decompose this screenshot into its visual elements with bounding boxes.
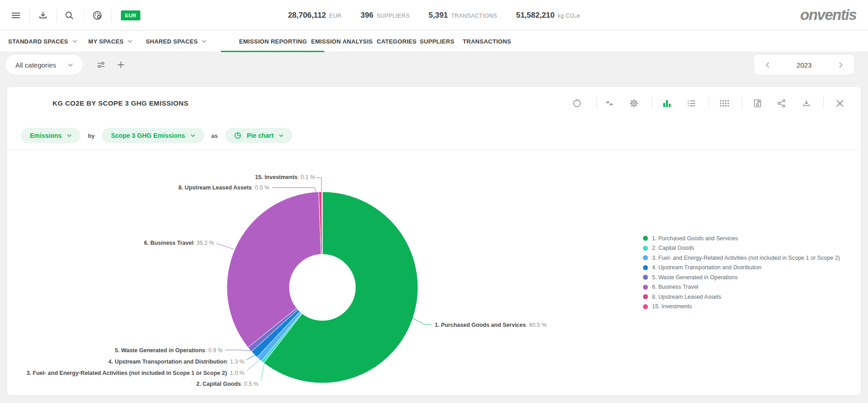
plus-icon[interactable]	[112, 56, 129, 73]
stat-co2e: 51,582,210 kg CO₂e	[516, 11, 580, 20]
chevron-down-icon	[68, 63, 73, 67]
close-icon[interactable]	[832, 95, 848, 112]
legend-label: 5. Waste Generated in Operations	[652, 274, 738, 281]
filter-bar: All categories 2023	[0, 52, 868, 87]
currency-badge[interactable]: EUR	[121, 10, 140, 20]
previous-year-icon[interactable]	[762, 59, 773, 71]
legend-label: 3. Fuel- and Energy-Related Activities (…	[652, 255, 840, 261]
legend-dot	[643, 236, 648, 241]
divider	[596, 97, 597, 109]
chart-legend: 1. Purchased Goods and Services2. Capita…	[643, 233, 840, 311]
palette-icon[interactable]	[88, 6, 107, 25]
legend-label: 8. Upstream Leased Assets	[652, 294, 721, 300]
nav-emission-analysis[interactable]: EMISSION ANALYSIS	[311, 31, 373, 52]
chevron-down-icon	[279, 134, 283, 137]
stat-transactions: 5,391 TRANSACTIONS	[429, 11, 497, 20]
legend-dot	[643, 275, 648, 280]
stat-spend: 28,706,112 EUR	[288, 11, 341, 20]
divider	[57, 9, 57, 22]
nav-shared-spaces[interactable]: SHARED SPACES	[146, 31, 206, 52]
by-label: by	[88, 132, 95, 139]
report-card: KG CO2E BY SCOPE 3 GHG EMISSIONS	[7, 87, 861, 395]
main-nav: STANDARD SPACES MY SPACES SHARED SPACES …	[0, 31, 868, 52]
collapse-icon[interactable]	[601, 95, 618, 112]
chevron-down-icon	[128, 40, 132, 43]
divider	[709, 97, 709, 109]
chevron-down-icon	[191, 134, 195, 137]
top-bar: EUR 28,706,112 EUR 396 SUPPLIERS 5,391 T…	[0, 0, 868, 30]
legend-label: 1. Purchased Goods and Services	[652, 235, 738, 242]
filter-icon[interactable]	[92, 56, 110, 73]
legend-dot	[643, 255, 648, 260]
list-view-icon[interactable]	[683, 95, 700, 112]
chevron-down-icon	[202, 40, 206, 43]
nav-my-spaces[interactable]: MY SPACES	[88, 31, 132, 52]
nav-standard-spaces[interactable]: STANDARD SPACES	[8, 31, 77, 52]
legend-item[interactable]: 1. Purchased Goods and Services	[643, 233, 840, 243]
chevron-down-icon	[67, 134, 72, 137]
legend-item[interactable]: 6. Business Travel	[643, 282, 840, 292]
grid-dots-icon[interactable]	[716, 95, 733, 112]
card-title: KG CO2E BY SCOPE 3 GHG EMISSIONS	[53, 99, 188, 107]
divider	[29, 9, 30, 22]
chart-type-chip[interactable]: Pie chart	[225, 128, 293, 143]
legend-dot	[643, 285, 648, 290]
onventis-logo: onventis	[800, 6, 856, 24]
measure-chip[interactable]: Emissions	[21, 128, 81, 143]
settings-gear-icon[interactable]	[626, 95, 642, 112]
legend-label: 2. Capital Goods	[652, 245, 694, 251]
legend-item[interactable]: 5. Waste Generated in Operations	[643, 272, 840, 282]
bar-chart-icon[interactable]	[659, 95, 675, 112]
query-builder: Emissions by Scope 3 GHG Emissions as Pi…	[21, 128, 293, 143]
download-icon[interactable]	[34, 6, 53, 25]
share-icon[interactable]	[773, 95, 790, 112]
legend-dot	[643, 246, 648, 251]
divider	[111, 9, 111, 22]
divider	[823, 97, 824, 109]
legend-label: 4. Upstream Transportation and Distribut…	[652, 264, 762, 271]
search-icon[interactable]	[60, 6, 79, 25]
divider	[7, 150, 861, 150]
stat-suppliers: 396 SUPPLIERS	[360, 11, 409, 20]
download-icon[interactable]	[798, 95, 815, 112]
divider	[652, 97, 652, 109]
divider	[84, 9, 84, 22]
nav-transactions[interactable]: TRANSACTIONS	[463, 31, 511, 52]
next-year-icon[interactable]	[835, 59, 847, 71]
kpi-stats: 28,706,112 EUR 396 SUPPLIERS 5,391 TRANS…	[288, 0, 580, 30]
category-dropdown[interactable]: All categories	[5, 55, 83, 75]
nav-categories[interactable]: CATEGORIES	[377, 31, 417, 52]
legend-label: 15. Investments	[652, 303, 692, 310]
legend-item[interactable]: 4. Upstream Transportation and Distribut…	[643, 263, 840, 273]
pie-chart-icon	[234, 132, 241, 139]
nav-emission-reporting[interactable]: EMISSION REPORTING	[239, 31, 307, 52]
nav-suppliers[interactable]: SUPPLIERS	[420, 31, 454, 52]
legend-dot	[643, 304, 648, 309]
legend-item[interactable]: 15. Investments	[643, 302, 840, 312]
page: EUR 28,706,112 EUR 396 SUPPLIERS 5,391 T…	[0, 0, 868, 403]
legend-dot	[643, 294, 648, 299]
year-value: 2023	[796, 61, 811, 69]
legend-item[interactable]: 8. Upstream Leased Assets	[643, 292, 840, 302]
refresh-icon[interactable]	[569, 95, 585, 112]
menu-icon[interactable]	[6, 6, 25, 25]
save-icon[interactable]	[749, 95, 766, 112]
legend-label: 6. Business Travel	[652, 284, 698, 290]
dimension-chip[interactable]: Scope 3 GHG Emissions	[102, 128, 204, 143]
chevron-down-icon	[72, 40, 77, 43]
legend-item[interactable]: 2. Capital Goods	[643, 243, 840, 253]
divider	[742, 97, 742, 109]
pie-slice[interactable]	[322, 192, 322, 254]
as-label: as	[211, 132, 218, 139]
legend-dot	[643, 265, 648, 270]
year-selector: 2023	[754, 55, 854, 75]
legend-item[interactable]: 3. Fuel- and Energy-Related Activities (…	[643, 253, 840, 263]
